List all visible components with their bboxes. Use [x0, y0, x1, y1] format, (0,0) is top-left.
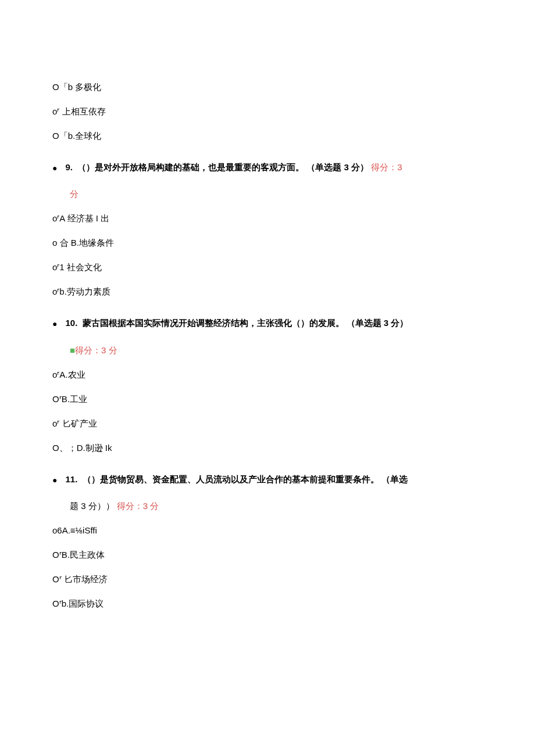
document-page: O「b 多极化 oʳ 上相互依存 O「b.全球化 ● 9. （）是对外开放格局构…	[0, 0, 535, 656]
question-10: ● 10. 蒙古国根据本国实际情况开始调整经济结构，主张强化（）的发展。 （单选…	[52, 316, 483, 357]
question-text-cont: 题 3 分））	[70, 501, 115, 511]
option-item: oʳ1 社会文化	[52, 260, 483, 274]
option-item: o6A.≡⅛iSffi	[52, 524, 483, 538]
bullet-icon: ●	[52, 162, 57, 174]
score-text: 得分：3	[371, 162, 402, 172]
option-item: OʳB.工业	[52, 392, 483, 406]
option-item: Oʳ 匕市场经济	[52, 572, 483, 586]
mark-icon: ■	[70, 345, 75, 355]
question-text: 蒙古国根据本国实际情况开始调整经济结构，主张强化（）的发展。 （单选题 3 分）	[83, 318, 409, 328]
question-11: ● 11. （）是货物贸易、资金配置、人员流动以及产业合作的基本前提和重要条件。…	[52, 472, 483, 513]
question-text: （）是货物贸易、资金配置、人员流动以及产业合作的基本前提和重要条件。 （单选	[83, 474, 408, 484]
score-text-cont: 分	[70, 189, 79, 199]
option-item: oʳ 匕矿产业	[52, 417, 483, 431]
option-item: oʳ 上相互依存	[52, 105, 483, 119]
option-item: oʳA 经济基 I 出	[52, 212, 483, 225]
option-item: o 合 B.地缘条件	[52, 236, 483, 250]
option-item: oʳA.农业	[52, 368, 483, 382]
question-number: 10.	[65, 318, 77, 328]
option-item: O、；D.制逊 Ik	[52, 441, 483, 455]
option-item: OʳB.民主政体	[52, 548, 483, 562]
score-text: 得分：3 分	[117, 501, 159, 511]
option-item: Oʳb.国际协议	[52, 597, 483, 611]
option-item: O「b 多极化	[52, 80, 483, 94]
bullet-icon: ●	[52, 317, 57, 330]
bullet-icon: ●	[52, 474, 57, 486]
question-number: 9.	[65, 162, 73, 172]
question-text: （）是对外开放格局构建的基础，也是最重要的客观方面。 （单选题 3 分）	[77, 162, 369, 172]
question-9: ● 9. （）是对外开放格局构建的基础，也是最重要的客观方面。 （单选题 3 分…	[52, 160, 483, 201]
option-item: O「b.全球化	[52, 129, 483, 143]
question-number: 11.	[65, 474, 77, 484]
option-item: oʳb.劳动力素质	[52, 285, 483, 299]
score-text: 得分：3 分	[75, 345, 117, 355]
